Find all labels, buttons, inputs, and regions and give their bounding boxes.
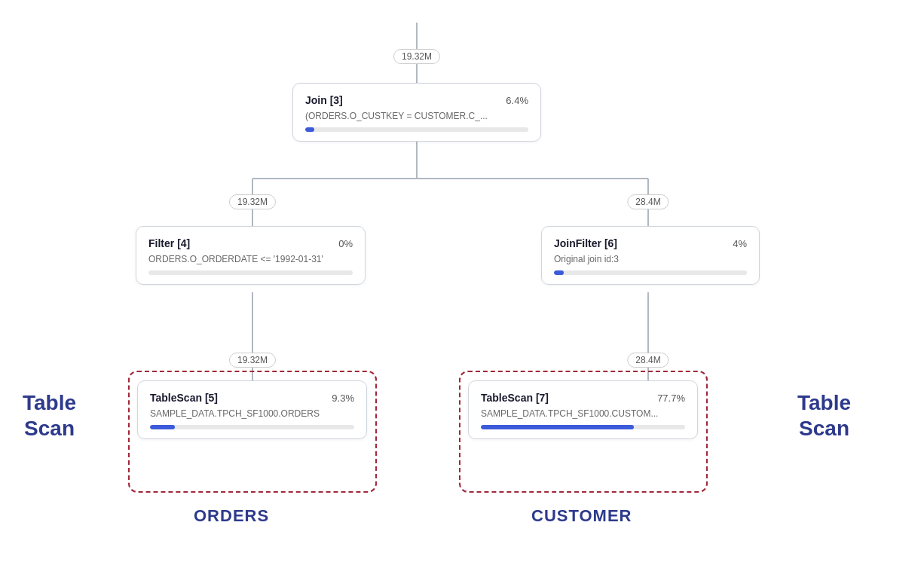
node-join-title: Join [3] xyxy=(305,94,343,106)
node-tablescan-orders-desc: SAMPLE_DATA.TPCH_SF1000.ORDERS xyxy=(150,408,354,419)
node-join-progress-fill xyxy=(305,127,314,132)
node-tablescan-customer-progress-fill xyxy=(481,425,634,429)
edge-label-left-mid: 19.32M xyxy=(229,194,276,209)
node-filter[interactable]: Filter [4] 0% ORDERS.O_ORDERDATE <= '199… xyxy=(136,226,366,285)
node-tablescan-orders-title: TableScan [5] xyxy=(150,392,218,404)
side-label-right: Table Scan xyxy=(797,390,851,441)
node-filter-title: Filter [4] xyxy=(148,237,190,249)
node-filter-pct: 0% xyxy=(338,238,353,249)
node-join[interactable]: Join [3] 6.4% (ORDERS.O_CUSTKEY = CUSTOM… xyxy=(292,83,541,142)
node-joinfilter[interactable]: JoinFilter [6] 4% Original join id:3 xyxy=(541,226,760,285)
node-join-progress-bg xyxy=(305,127,528,132)
node-tablescan-customer-pct: 77.7% xyxy=(657,392,685,404)
side-label-left: Table Scan xyxy=(23,390,76,441)
node-joinfilter-title: JoinFilter [6] xyxy=(554,237,617,249)
node-filter-desc: ORDERS.O_ORDERDATE <= '1992-01-31' xyxy=(148,254,353,264)
node-filter-progress-bg xyxy=(148,270,353,275)
node-tablescan-orders-pct: 9.3% xyxy=(332,392,354,404)
diagram-container: 19.32M 19.32M 28.4M 19.32M 28.4M Join [3… xyxy=(0,0,924,562)
node-joinfilter-progress-bg xyxy=(554,270,747,275)
node-joinfilter-pct: 4% xyxy=(733,238,747,249)
node-join-pct: 6.4% xyxy=(506,95,528,106)
node-join-desc: (ORDERS.O_CUSTKEY = CUSTOMER.C_... xyxy=(305,111,528,121)
bottom-label-orders: ORDERS xyxy=(194,506,269,526)
node-joinfilter-progress-fill xyxy=(554,270,564,275)
edge-label-left-bot: 19.32M xyxy=(229,353,276,368)
node-tablescan-customer[interactable]: TableScan [7] 77.7% SAMPLE_DATA.TPCH_SF1… xyxy=(468,380,698,439)
node-tablescan-orders-progress-fill xyxy=(150,425,175,429)
bottom-label-customer: CUSTOMER xyxy=(531,506,632,526)
edge-label-right-bot: 28.4M xyxy=(627,353,669,368)
edge-label-top: 19.32M xyxy=(393,49,440,64)
node-tablescan-orders[interactable]: TableScan [5] 9.3% SAMPLE_DATA.TPCH_SF10… xyxy=(137,380,367,439)
node-joinfilter-desc: Original join id:3 xyxy=(554,254,747,264)
node-tablescan-customer-progress-bg xyxy=(481,425,685,429)
node-tablescan-customer-desc: SAMPLE_DATA.TPCH_SF1000.CUSTOM... xyxy=(481,408,685,419)
node-tablescan-customer-title: TableScan [7] xyxy=(481,392,549,404)
edge-label-right-mid: 28.4M xyxy=(627,194,669,209)
node-tablescan-orders-progress-bg xyxy=(150,425,354,429)
